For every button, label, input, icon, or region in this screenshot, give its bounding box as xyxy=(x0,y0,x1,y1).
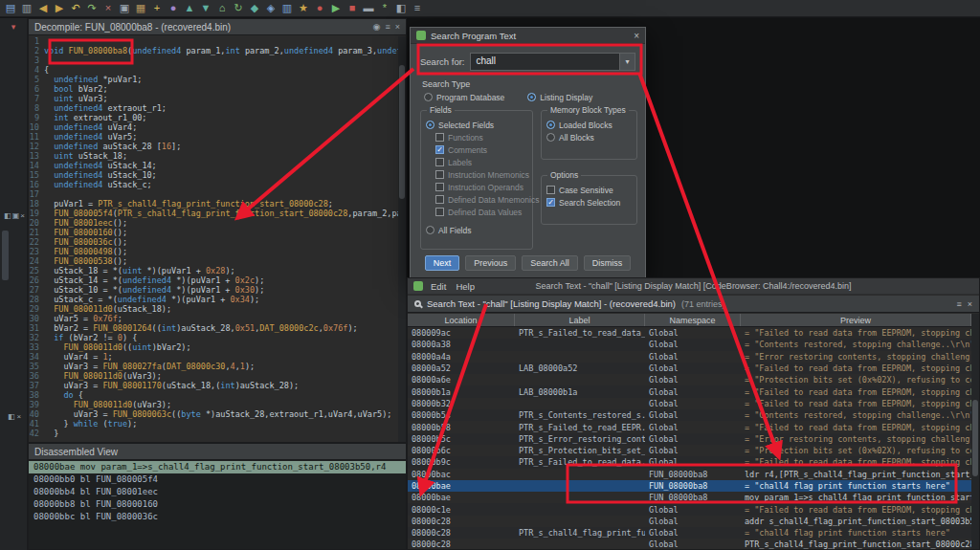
disassembly-line[interactable]: 08000bae mov param_1=>s_chall4_flag_prin… xyxy=(29,461,406,473)
paste-icon[interactable]: ▦ xyxy=(134,3,147,13)
checkbox-icon[interactable] xyxy=(435,208,444,216)
disassembly-line[interactable]: 08000bb8 bl FUN_08000160 xyxy=(29,498,406,511)
undo-icon[interactable]: ↶ xyxy=(69,3,82,13)
code-line[interactable]: 10 undefined4 uVar4; xyxy=(29,122,398,132)
code-line[interactable]: 7 uint uVar3; xyxy=(29,94,398,103)
table-row[interactable]: 08000b58PTR_s_Failed_to_read_EEPR...Glob… xyxy=(408,421,971,432)
code-line[interactable]: 1 xyxy=(29,36,398,46)
code-line[interactable]: 41 } while (true); xyxy=(29,419,398,429)
menu-help[interactable]: Help xyxy=(456,281,475,292)
code-line[interactable]: 27 uStack_10 = *(undefined4 *)(puVar1 + … xyxy=(29,285,398,295)
code-line[interactable]: 25 uStack_18 = *(uint *)(puVar1 + 0x28); xyxy=(29,266,398,275)
back-icon[interactable]: ◀ xyxy=(36,3,50,13)
snapshot-icon[interactable]: ◉ xyxy=(373,22,381,32)
code-line[interactable]: 14 undefined4 uStack_14; xyxy=(29,161,398,170)
search-all-button[interactable]: Search All xyxy=(522,255,578,271)
checkbox-icon[interactable] xyxy=(435,183,444,191)
radio-icon[interactable] xyxy=(426,121,434,129)
code-line[interactable]: 33 FUN_080011d0((uint)bVar2); xyxy=(29,342,398,352)
scrollbar-thumb[interactable] xyxy=(972,400,978,476)
stop-icon[interactable]: ■ xyxy=(345,3,359,13)
field-checkbox[interactable]: Instruction Operands xyxy=(435,181,527,193)
options-icon[interactable]: ≡ xyxy=(411,3,424,13)
close-icon[interactable]: × xyxy=(16,412,21,421)
close-icon[interactable]: × xyxy=(20,211,25,220)
code-line[interactable]: 20 FUN_08001eec(); xyxy=(29,218,398,228)
minimap-thumb[interactable] xyxy=(2,231,9,280)
results-panel-header[interactable]: Search Text - "chall" [Listing Display M… xyxy=(408,296,979,313)
field-checkbox[interactable]: Instruction Mnemonics xyxy=(435,168,527,181)
code-line[interactable]: 15 undefined4 uStack_10; xyxy=(29,170,398,180)
dismiss-button[interactable]: Dismiss xyxy=(584,255,632,271)
all-fields-radio[interactable]: All Fields xyxy=(426,224,527,236)
checkbox-icon[interactable]: ✓ xyxy=(435,145,444,154)
checkbox-icon[interactable]: ✓ xyxy=(546,198,555,207)
table-row[interactable]: 08000c28Globaladdr s_chall4_flag_print_f… xyxy=(408,516,971,527)
column-header-label[interactable]: Label xyxy=(515,314,645,326)
search-input[interactable]: chall ▾ xyxy=(470,53,635,71)
memory-map-icon[interactable]: ▥ xyxy=(280,3,294,13)
copy-icon[interactable]: ▣ xyxy=(118,3,131,13)
checkbox-icon[interactable] xyxy=(435,133,444,142)
error-marker-icon[interactable]: ▾ xyxy=(11,22,16,32)
table-row[interactable]: 08000b5cPTR_s_Error_restoring_cont...Glo… xyxy=(408,433,971,445)
table-row[interactable]: 080009acPTR_s_Failed_to_read_data_...Glo… xyxy=(408,327,971,339)
code-line[interactable]: 42 } xyxy=(29,429,398,438)
checkbox-icon[interactable] xyxy=(546,186,555,194)
column-header-preview[interactable]: Preview xyxy=(741,314,971,326)
redo-icon[interactable]: ↷ xyxy=(85,3,99,13)
search-input-value[interactable]: chall xyxy=(471,54,619,70)
table-row[interactable]: 08000baeFUN_08000ba8= "chall4 flag print… xyxy=(408,480,971,492)
table-row[interactable]: 08000b1aLAB_08000b1aGlobal= "Failed to r… xyxy=(408,385,971,397)
table-row[interactable]: 08000c1eGlobal= "Failed to read data fro… xyxy=(408,503,971,515)
code-line[interactable]: 6 bool bVar2; xyxy=(29,84,398,94)
previous-button[interactable]: Previous xyxy=(465,255,516,271)
snapshot-icon[interactable]: ▣ xyxy=(12,211,20,220)
forward-icon[interactable]: ▶ xyxy=(53,3,66,13)
field-checkbox[interactable]: ✓Comments xyxy=(435,143,527,156)
disassembly-listing[interactable]: 08000bae mov param_1=>s_chall4_flag_prin… xyxy=(29,461,406,549)
radio-icon[interactable] xyxy=(426,226,434,234)
code-line[interactable]: 38 do { xyxy=(29,390,398,400)
column-header-location[interactable]: Location xyxy=(408,314,515,326)
table-row[interactable]: 08000c28GlobalPTR_s_chall4_flag_print_fu… xyxy=(408,539,971,549)
table-row[interactable]: 08000c28PTR_s_chall4_flag_print_fun...Gl… xyxy=(408,527,971,539)
selected-fields-radio[interactable]: Selected Fields xyxy=(426,119,527,131)
code-line[interactable]: 19 FUN_080005f4(PTR_s_chall4_flag_print_… xyxy=(29,209,398,218)
search-memory-icon[interactable]: ● xyxy=(167,3,180,13)
field-checkbox[interactable]: Functions xyxy=(435,131,527,143)
code-line[interactable]: 4{ xyxy=(29,65,398,75)
analyze-icon[interactable]: ◆ xyxy=(248,3,261,13)
code-line[interactable]: 37 uVar3 = FUN_08001170(uStack_18,(int)a… xyxy=(29,381,398,390)
table-row[interactable]: 08000b54PTR_s_Contents_restored_s...Glob… xyxy=(408,409,971,421)
filter-icon[interactable]: ≡ xyxy=(956,299,961,309)
code-line[interactable]: 8 undefined4 extraout_r1; xyxy=(29,103,398,113)
code-line[interactable]: 5 undefined *puVar1; xyxy=(29,75,398,84)
dialog-titlebar[interactable]: Search Program Text × xyxy=(411,28,645,44)
code-line[interactable]: 22 FUN_0800036c(); xyxy=(29,237,398,247)
menu-edit[interactable]: Edit xyxy=(431,281,446,292)
table-row[interactable]: 08000bacFUN_08000ba8ldr r4,[PTR_s_chall4… xyxy=(408,469,971,480)
code-line[interactable]: 30 uVar5 = 0x76f; xyxy=(29,314,398,323)
bookmark-icon[interactable]: ★ xyxy=(297,3,310,13)
code-line[interactable]: 28 uStack_c = *(undefined4 *)(puVar1 + 0… xyxy=(29,295,398,304)
decompile-code[interactable]: 12void FUN_08000ba8(undefined4 param_1,i… xyxy=(29,36,398,442)
next-button[interactable]: Next xyxy=(425,255,460,271)
checkbox-icon[interactable] xyxy=(435,158,444,166)
memory-block-radio[interactable]: All Blocks xyxy=(546,131,632,143)
checkbox-icon[interactable] xyxy=(435,170,444,179)
code-line[interactable]: 31 bVar2 = FUN_08001264((int)auStack_28,… xyxy=(29,323,398,333)
field-checkbox[interactable]: Defined Data Mnemonics xyxy=(435,193,527,206)
code-line[interactable]: 23 FUN_08000498(); xyxy=(29,247,398,256)
radio-icon[interactable] xyxy=(546,133,555,142)
chevron-down-icon[interactable]: ▾ xyxy=(619,54,635,70)
code-line[interactable]: 13 uint uStack_18; xyxy=(29,151,398,161)
table-row[interactable]: 08000b9cPTR_s_Failed_to_read_data...Glob… xyxy=(408,456,971,468)
scrollbar-thumb[interactable] xyxy=(399,65,405,199)
code-line[interactable]: 18 puVar1 = PTR_s_chall4_flag_print_func… xyxy=(29,199,398,209)
radio-icon[interactable] xyxy=(424,93,433,101)
search-type-radio[interactable]: Program Database xyxy=(424,91,504,103)
table-row[interactable]: 08000b32Global= "Failed to read data fro… xyxy=(408,398,971,409)
code-line[interactable]: 11 undefined4 uVar5; xyxy=(29,132,398,142)
navigate-down-icon[interactable]: ▼ xyxy=(199,3,212,13)
